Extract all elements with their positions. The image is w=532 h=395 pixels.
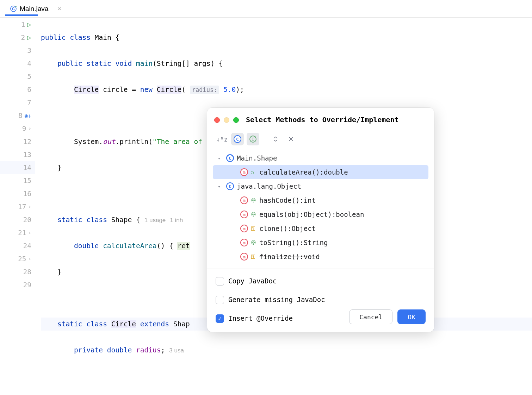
line-num: 15: [23, 174, 31, 187]
overridden-icon[interactable]: ◉↓: [25, 109, 31, 122]
tree-item-finalize[interactable]: m ⚿ finalize():void: [213, 250, 428, 264]
dialog-titlebar[interactable]: Select Methods to Override/Implement: [207, 108, 434, 130]
method-icon: m: [240, 225, 248, 232]
close-window-icon[interactable]: [214, 117, 220, 123]
svg-point-4: [227, 155, 233, 161]
line-num: 17: [18, 200, 26, 213]
expand-collapse-icon: [272, 136, 279, 142]
line-num: 7: [23, 96, 31, 109]
checkbox-generate-javadoc[interactable]: Generate missing JavaDoc: [216, 293, 426, 306]
tree-item-clone[interactable]: m ⚿ clone():Object: [213, 221, 428, 236]
line-num: 21: [18, 226, 26, 239]
expand-all-button[interactable]: [269, 133, 282, 145]
svg-text:I: I: [252, 137, 254, 142]
tree-item-hashcode[interactable]: m 🞋 hashCode():int: [213, 193, 428, 207]
svg-text:C: C: [12, 7, 15, 11]
tree-label: calculateArea():double: [259, 166, 348, 179]
dialog-toolbar: ↓ᵃz C I: [207, 130, 434, 150]
sort-alpha-button[interactable]: ↓ᵃz: [216, 133, 228, 145]
line-num: 2: [17, 31, 25, 44]
tree-label: clone():Object: [259, 222, 316, 235]
public-icon: 🞋: [251, 208, 256, 221]
class-icon: C: [226, 154, 234, 162]
gutter: 1▷ 2▷ 3 4 5 6 7 8◉↓ 9› 12 13 14 15 16 17…: [0, 18, 38, 395]
checkbox-label: Insert @Override: [228, 312, 293, 325]
line-num: 14: [23, 161, 31, 174]
protected-icon: ⚿: [251, 250, 256, 263]
tree-label: toString():String: [259, 236, 328, 249]
line-num: 6: [23, 83, 31, 96]
cancel-button[interactable]: Cancel: [349, 309, 392, 324]
class-reload-icon: C: [10, 5, 17, 12]
method-tree[interactable]: ▾ C Main.Shape m ○ calculateArea():doubl…: [207, 150, 434, 269]
code-editor[interactable]: 1▷ 2▷ 3 4 5 6 7 8◉↓ 9› 12 13 14 15 16 17…: [0, 18, 532, 395]
tree-item-tostring[interactable]: m 🞋 toString():String: [213, 236, 428, 250]
run-icon[interactable]: ▷: [27, 31, 31, 44]
line-num: 13: [23, 148, 31, 161]
fold-icon[interactable]: ›: [29, 122, 31, 135]
minimize-window-icon: [224, 117, 229, 123]
line-num: 16: [23, 187, 31, 200]
tab-active-indicator: [5, 14, 38, 16]
tree-group-object[interactable]: ▾ C java.lang.Object: [213, 179, 428, 193]
window-controls: [214, 117, 239, 123]
class-icon: C: [226, 182, 234, 190]
collapse-icon: [288, 136, 294, 142]
line-num: 8: [14, 109, 23, 122]
class-icon: C: [234, 135, 241, 143]
chevron-down-icon[interactable]: ▾: [218, 152, 223, 165]
method-icon: m: [240, 253, 248, 261]
ok-button[interactable]: OK: [397, 309, 426, 324]
public-icon: 🞋: [251, 194, 256, 207]
checkbox-checked-icon[interactable]: ✓: [216, 314, 224, 323]
usage-hint[interactable]: 1 usage: [140, 217, 166, 224]
checkbox-label: Generate missing JavaDoc: [228, 293, 325, 306]
interface-up-icon: I: [249, 135, 257, 143]
dialog-title: Select Methods to Override/Implement: [246, 113, 398, 126]
tree-label: finalize():void: [259, 250, 320, 263]
tree-label: Main.Shape: [237, 152, 277, 165]
line-num: 25: [18, 252, 26, 265]
override-dialog: Select Methods to Override/Implement ↓ᵃz…: [207, 108, 434, 332]
fold-icon[interactable]: ›: [29, 252, 31, 265]
protected-icon: ⚿: [251, 222, 256, 235]
tab-bar: C Main.java ×: [0, 0, 532, 18]
collapse-all-button[interactable]: [285, 133, 297, 145]
method-icon: m: [240, 211, 248, 218]
line-num: 20: [23, 213, 31, 226]
line-num: 12: [23, 135, 31, 148]
checkbox-label: Copy JavaDoc: [228, 275, 277, 288]
run-icon[interactable]: ▷: [27, 18, 31, 31]
maximize-window-icon[interactable]: [233, 117, 239, 123]
line-num: 4: [23, 57, 31, 70]
line-num: 24: [23, 239, 31, 252]
package-private-icon: ○: [251, 166, 256, 179]
tree-item-calculatearea[interactable]: m ○ calculateArea():double: [213, 165, 428, 179]
tree-label: hashCode():int: [259, 194, 316, 207]
line-num: 9: [18, 122, 26, 135]
tree-label: equals(obj:Object):boolean: [259, 208, 364, 221]
line-num: 28: [23, 265, 31, 278]
tree-group-shape[interactable]: ▾ C Main.Shape: [213, 151, 428, 165]
checkbox-copy-javadoc[interactable]: Copy JavaDoc: [216, 275, 426, 288]
method-icon: m: [240, 196, 248, 204]
checkbox-icon[interactable]: [216, 296, 224, 304]
tab-main-java[interactable]: C Main.java ×: [5, 2, 66, 15]
line-num: 29: [23, 278, 31, 291]
show-classes-button[interactable]: C: [231, 133, 244, 145]
tree-label: java.lang.Object: [237, 180, 301, 193]
tree-item-equals[interactable]: m 🞋 equals(obj:Object):boolean: [213, 207, 428, 221]
public-icon: 🞋: [251, 236, 256, 249]
tab-label: Main.java: [20, 5, 48, 13]
usage-hint[interactable]: 3 usa: [165, 347, 184, 354]
fold-icon[interactable]: ›: [29, 226, 31, 239]
inheritor-hint[interactable]: 1 inh: [166, 217, 183, 224]
chevron-down-icon[interactable]: ▾: [218, 180, 223, 193]
checkbox-icon[interactable]: [216, 277, 224, 286]
show-interfaces-button[interactable]: I: [247, 133, 259, 145]
method-icon: m: [240, 168, 248, 176]
dialog-footer: Copy JavaDoc Generate missing JavaDoc ✓ …: [207, 269, 434, 332]
line-num: 1: [17, 18, 25, 31]
close-icon[interactable]: ×: [51, 5, 61, 13]
fold-icon[interactable]: ›: [29, 200, 31, 213]
